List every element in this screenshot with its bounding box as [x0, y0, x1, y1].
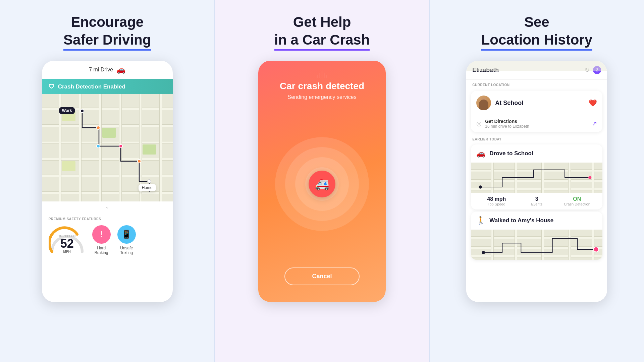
- stats-row: TOP SPEED 52 MPH ! HardBraking 📱: [49, 225, 166, 255]
- panel-car-crash: Get Help in a Car Crash Car crash detect…: [215, 0, 429, 362]
- drive-time: 16 min drive to Elizabeth: [485, 124, 589, 129]
- unsafe-texting-label: UnsafeTexting: [120, 246, 133, 255]
- route-dot-pink: [119, 144, 123, 148]
- unsafe-texting-stat: 📱 UnsafeTexting: [117, 225, 136, 255]
- route-dot-orange2: [137, 159, 141, 163]
- panel3-heading: See Location History: [481, 13, 592, 51]
- crash-banner[interactable]: 🛡 Crash Detection Enabled: [42, 79, 173, 94]
- phone-frame-1: 7 mi Drive 🚗 🛡 Crash Detection Enabled: [42, 61, 173, 302]
- crash-detection-value: ON: [557, 196, 597, 202]
- svg-point-1: [588, 176, 591, 179]
- stats-panel: PREMIUM SAFETY FEATURES TOP SPEED 52 MPH: [42, 212, 173, 260]
- car-icon: 🚗: [116, 65, 125, 74]
- walked-card[interactable]: 🚶 Walked to Amy's House: [471, 212, 602, 260]
- map-area: Work Home: [42, 94, 173, 201]
- drove-map: [471, 163, 602, 193]
- crash-banner-text: Crash Detection Enabled: [58, 83, 125, 90]
- get-directions-label: Get Directions: [485, 119, 589, 124]
- svg-point-3: [594, 247, 599, 252]
- phone-frame-2: Car crash detected Sending emergency ser…: [258, 61, 386, 302]
- panel3-heading-line2: Location History: [481, 31, 592, 51]
- panel3-heading-line1: See: [481, 13, 592, 31]
- crash-subtitle: Sending emergency services: [280, 94, 364, 100]
- shield-icon: 🛡: [49, 83, 55, 90]
- panel1-heading-line1: Encourage: [63, 13, 151, 31]
- hard-braking-icon: !: [92, 225, 111, 244]
- current-location-label: CURRENT LOCATION: [466, 80, 607, 89]
- walked-map: [471, 230, 602, 260]
- route-dot-orange: [96, 126, 100, 130]
- share-icon[interactable]: ↗: [592, 120, 597, 127]
- crash-detection-lbl: Crash Detection: [557, 202, 597, 206]
- at-school-card[interactable]: At School ❤️ ◎ Get Directions 16 min dri…: [471, 91, 602, 132]
- heart-icon[interactable]: ❤️: [589, 99, 597, 107]
- svg-point-0: [479, 185, 482, 188]
- hard-braking-stat: ! HardBraking: [92, 225, 111, 255]
- panel-location-history: See Location History Elizabeth ↻ 2 CURRE…: [430, 0, 644, 362]
- drove-name: Drove to School: [489, 150, 533, 157]
- directions-text: Get Directions 16 min drive to Elizabeth: [485, 119, 589, 129]
- drove-to-school-card[interactable]: 🚗 Drove to School: [471, 144, 602, 209]
- avatar: [476, 96, 491, 110]
- panel1-heading-line2: Safer Driving: [63, 31, 151, 51]
- panel2-heading: Get Help in a Car Crash: [274, 13, 370, 51]
- drove-header: 🚗 Drove to School: [471, 144, 602, 163]
- premium-label: PREMIUM SAFETY FEATURES: [49, 217, 166, 221]
- radar-container: 🚑: [275, 137, 369, 231]
- top-speed-stat: 48 mph Top Speed: [476, 196, 517, 206]
- location-pin-icon: ◎: [476, 120, 482, 127]
- directions-row[interactable]: ◎ Get Directions 16 min drive to Elizabe…: [471, 115, 602, 132]
- exclamation-icon: !: [100, 230, 103, 239]
- unsafe-texting-icon: 📱: [117, 225, 136, 244]
- crash-detection-stat: ON Crash Detection: [557, 196, 597, 206]
- crash-text-area: Car crash detected Sending emergency ser…: [280, 81, 364, 100]
- crash-screen: Car crash detected Sending emergency ser…: [258, 61, 386, 302]
- earlier-today-label: EARLIER TODAY: [466, 134, 607, 142]
- hard-braking-label: HardBraking: [95, 246, 108, 255]
- top-speed-value: 48 mph: [476, 196, 517, 202]
- location-scroll[interactable]: CURRENT LOCATION At School ❤️ ◎: [466, 80, 607, 302]
- cancel-button[interactable]: Cancel: [284, 267, 359, 285]
- walked-name: Walked to Amy's House: [489, 217, 553, 224]
- at-school-name: At School: [495, 100, 585, 107]
- top-speed-lbl: Top Speed: [476, 202, 517, 206]
- panel1-heading: Encourage Safer Driving: [63, 13, 151, 51]
- walked-header: 🚶 Walked to Amy's House: [471, 212, 602, 230]
- work-label: Work: [59, 107, 75, 114]
- drive-header: 7 mi Drive 🚗: [42, 61, 173, 79]
- panel2-heading-line2: in a Car Crash: [274, 31, 370, 51]
- speedometer: TOP SPEED 52 MPH: [49, 225, 86, 255]
- route-dot-end: [147, 179, 151, 183]
- events-value: 3: [517, 196, 557, 202]
- trip-stats: 48 mph Top Speed 3 Events ON Crash Detec…: [471, 193, 602, 209]
- at-school-header: At School ❤️: [471, 91, 602, 115]
- car-trip-icon: 🚗: [476, 149, 485, 158]
- speed-number: 52: [58, 238, 75, 250]
- home-label: Home: [139, 184, 156, 191]
- events-lbl: Events: [517, 202, 557, 206]
- lh-header: Elizabeth ↻ 2: [466, 61, 607, 80]
- panel-safer-driving: Encourage Safer Driving 7 mi Drive 🚗 🛡 C…: [0, 0, 215, 362]
- panel2-heading-line1: Get Help: [274, 13, 370, 31]
- drive-distance: 7 mi Drive: [89, 67, 113, 73]
- crash-title: Car crash detected: [280, 81, 364, 92]
- phone-frame-3: Elizabeth ↻ 2 CURRENT LOCATION A: [466, 61, 607, 302]
- svg-point-2: [482, 251, 485, 254]
- phone-icon: 📱: [121, 230, 131, 239]
- events-stat: 3 Events: [517, 196, 557, 206]
- ambulance-icon: 🚑: [309, 171, 335, 197]
- location-screen: Elizabeth ↻ 2 CURRENT LOCATION A: [466, 61, 607, 302]
- route-dot-blue: [96, 144, 100, 148]
- route-dot-start: [80, 109, 84, 113]
- chevron-down-icon[interactable]: ⌄: [42, 201, 173, 212]
- walk-trip-icon: 🚶: [476, 216, 485, 225]
